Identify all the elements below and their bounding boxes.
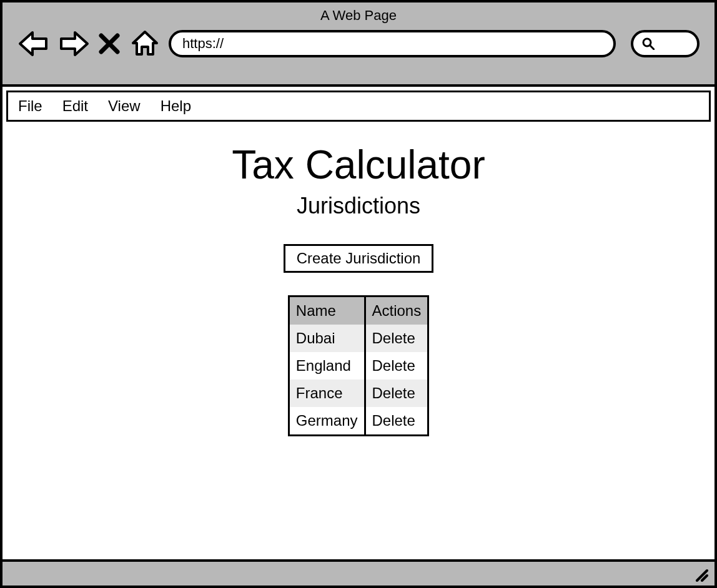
col-header-name: Name xyxy=(289,296,365,325)
menubar: File Edit View Help xyxy=(6,91,711,122)
menu-file[interactable]: File xyxy=(18,97,42,115)
back-arrow-icon[interactable] xyxy=(17,27,50,60)
table-row: France Delete xyxy=(289,380,428,407)
delete-link[interactable]: Delete xyxy=(365,407,428,436)
create-button-wrap: Create Jurisdiction xyxy=(284,244,434,273)
search-pill[interactable] xyxy=(631,30,700,57)
jurisdictions-table: Name Actions Dubai Delete England Delete… xyxy=(288,295,429,436)
url-text: https:// xyxy=(182,36,224,52)
cell-name: Dubai xyxy=(289,325,365,352)
delete-link[interactable]: Delete xyxy=(365,380,428,407)
col-header-actions: Actions xyxy=(365,296,428,325)
content-area: Tax Calculator Jurisdictions Create Juri… xyxy=(2,122,715,436)
table-row: Dubai Delete xyxy=(289,325,428,352)
delete-link[interactable]: Delete xyxy=(365,325,428,352)
browser-toolbar: https:// xyxy=(2,24,715,60)
browser-title: A Web Page xyxy=(2,2,715,24)
menu-help[interactable]: Help xyxy=(161,97,191,115)
table-row: England Delete xyxy=(289,352,428,380)
status-bar xyxy=(2,559,715,586)
browser-window: A Web Page xyxy=(0,0,717,588)
browser-chrome: A Web Page xyxy=(2,2,715,87)
forward-arrow-icon[interactable] xyxy=(57,27,90,60)
cell-name: Germany xyxy=(289,407,365,436)
page-subtitle: Jurisdictions xyxy=(2,193,715,219)
home-icon[interactable] xyxy=(129,27,161,60)
url-bar[interactable]: https:// xyxy=(169,30,616,57)
create-jurisdiction-button[interactable]: Create Jurisdiction xyxy=(284,244,434,273)
cell-name: France xyxy=(289,380,365,407)
cell-name: England xyxy=(289,352,365,380)
resize-grip-icon[interactable] xyxy=(693,567,708,582)
menu-view[interactable]: View xyxy=(108,97,141,115)
svg-line-1 xyxy=(650,46,654,49)
delete-link[interactable]: Delete xyxy=(365,352,428,380)
page-title: Tax Calculator xyxy=(2,142,715,188)
stop-x-icon[interactable] xyxy=(97,27,121,60)
menu-edit[interactable]: Edit xyxy=(62,97,88,115)
table-row: Germany Delete xyxy=(289,407,428,436)
table-header-row: Name Actions xyxy=(289,296,428,325)
search-icon xyxy=(642,37,655,50)
